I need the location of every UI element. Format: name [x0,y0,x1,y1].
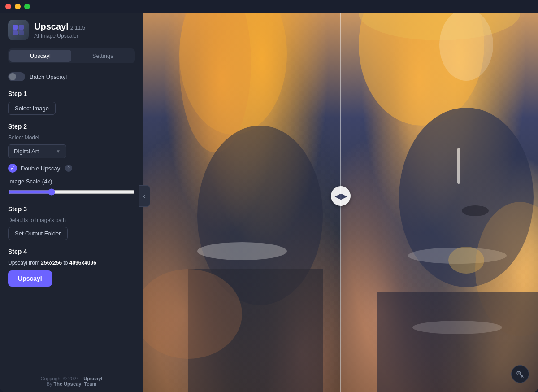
before-image [143,0,341,392]
maximize-button[interactable] [24,4,30,9]
title-bar [0,0,538,13]
double-upscayl-check-icon: ✓ [8,164,17,173]
batch-label: Batch Upscayl [30,74,67,80]
step-1-title: Step 1 [8,90,135,97]
svg-rect-3 [19,30,24,35]
svg-point-22 [518,372,520,374]
footer-brand: Upscayl [83,376,102,381]
to-label: to [63,260,69,266]
svg-rect-14 [457,148,460,184]
model-value: Digital Art [14,148,39,155]
collapse-icon: ‹ [143,192,145,200]
footer-copyright: Copyright © 2024 - Upscayl [8,376,135,381]
app-title-group: Upscayl 2.11.5 AI Image Upscaler [34,22,85,39]
footer-by: By [47,381,52,387]
sidebar: Upscayl 2.11.5 AI Image Upscaler Upscayl… [0,0,143,392]
key-icon [516,370,525,379]
chevron-down-icon: ▼ [56,149,61,154]
svg-rect-0 [13,25,18,30]
upscayl-button[interactable]: Upscayl [8,270,52,287]
step-4-section: Step 4 Upscayl from 256x256 to 4096x4096… [8,248,135,287]
collapse-sidebar-button[interactable]: ‹ [139,185,150,207]
svg-rect-2 [13,30,18,35]
step-4-title: Step 4 [8,248,135,255]
sidebar-footer: Copyright © 2024 - Upscayl By The Upscay… [0,370,143,392]
image-container: ◀ ▶ [143,0,538,392]
svg-point-15 [462,205,489,216]
close-button[interactable] [5,4,11,9]
app-version: 2.11.5 [70,25,85,31]
step-3-section: Step 3 Defaults to Image's path Set Outp… [8,205,135,240]
help-badge[interactable]: ? [65,165,72,172]
step-3-description: Defaults to Image's path [8,217,135,223]
svg-point-12 [439,9,493,81]
model-dropdown[interactable]: Digital Art ▼ [8,144,66,158]
compare-handle[interactable]: ◀ ▶ [331,186,351,206]
svg-point-20 [412,321,502,334]
step-3-title: Step 3 [8,205,135,213]
step-2-title: Step 2 [8,123,135,130]
after-image [341,0,538,392]
app-header: Upscayl 2.11.5 AI Image Upscaler [8,20,135,40]
batch-toggle[interactable] [8,72,25,81]
key-button[interactable] [511,365,529,383]
minimize-button[interactable] [15,4,21,9]
from-label: Upscayl from [8,260,41,266]
svg-rect-1 [19,25,24,30]
compare-arrows-icon: ◀ ▶ [335,192,347,200]
footer-team-name: The Upscayl Team [54,381,97,387]
step-2-section: Step 2 Select Model Digital Art ▼ ✓ Doub… [8,123,135,197]
sidebar-content: Upscayl 2.11.5 AI Image Upscaler Upscayl… [0,13,143,370]
tab-settings[interactable]: Settings [72,50,134,62]
step-2-sublabel: Select Model [8,135,135,141]
app-icon [8,20,29,40]
scale-slider[interactable] [8,188,135,196]
select-image-button[interactable]: Select Image [8,102,56,115]
step-1-section: Step 1 Select Image [8,90,135,115]
batch-row: Batch Upscayl [8,72,135,81]
app-subtitle: AI Image Upscaler [34,33,85,39]
tab-upscayl[interactable]: Upscayl [9,50,71,62]
scale-label: Image Scale (4x) [8,178,135,185]
toggle-knob [9,73,16,80]
to-size: 4096x4096 [69,260,96,266]
double-upscayl-label: Double Upscayl [21,165,61,172]
main-area: ◀ ▶ [143,0,538,392]
svg-point-7 [197,242,287,260]
checkmark: ✓ [10,165,15,171]
footer-team: By The Upscayl Team [8,381,135,387]
from-size: 256x256 [41,260,62,266]
step-4-size-info: Upscayl from 256x256 to 4096x4096 [8,260,135,266]
app-name-text: Upscayl [34,22,69,32]
copyright-text: Copyright © 2024 - [41,376,82,381]
set-output-folder-button[interactable]: Set Output Folder [8,227,68,240]
tab-group: Upscayl Settings [8,48,135,63]
app-name: Upscayl 2.11.5 [34,22,85,32]
